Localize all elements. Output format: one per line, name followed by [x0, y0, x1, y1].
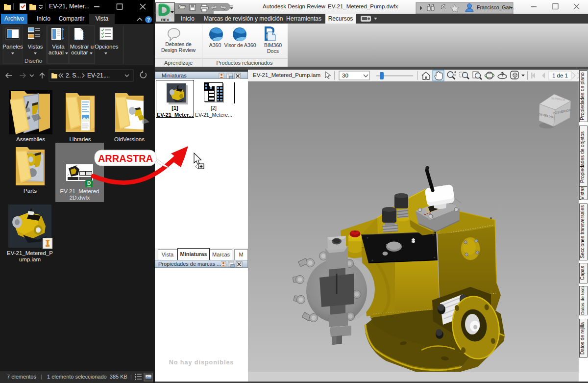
svg-text:30: 30: [342, 73, 348, 78]
svg-text:REV: REV: [161, 18, 170, 22]
svg-text:1 de 1: 1 de 1: [552, 73, 568, 78]
svg-text:?: ?: [147, 17, 150, 23]
svg-text:DWF: DWF: [87, 186, 91, 188]
svg-text:D: D: [87, 180, 91, 186]
